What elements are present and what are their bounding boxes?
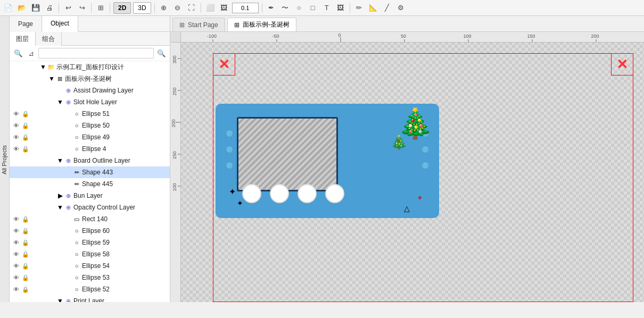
eye-icon-58[interactable]: 👁: [12, 250, 20, 258]
board-layer-arrow[interactable]: ▼: [56, 157, 64, 164]
device-btn-2[interactable]: [270, 184, 289, 203]
device-btn-1[interactable]: [242, 184, 261, 203]
tree-design-arrow[interactable]: ▼: [48, 75, 55, 82]
bun-layer-arrow[interactable]: ▶: [56, 192, 64, 199]
lock-icon-54[interactable]: 🔒: [21, 262, 30, 270]
lock-icon-52[interactable]: 🔒: [21, 285, 30, 294]
mode-2d-btn[interactable]: 2D: [113, 2, 131, 14]
line-btn[interactable]: ╱: [381, 2, 393, 14]
curve-btn[interactable]: 〜: [279, 2, 291, 14]
tree-ellipse-49[interactable]: 👁 🔒 ▶ ○ Ellipse 49: [10, 131, 170, 143]
eye-icon-51[interactable]: 👁: [12, 110, 20, 118]
lock-icon-60[interactable]: 🔒: [21, 227, 30, 235]
lock-icon-50[interactable]: 🔒: [21, 121, 30, 130]
lock-icon-4[interactable]: 🔒: [21, 145, 30, 153]
slot-layer-arrow[interactable]: ▼: [56, 98, 64, 106]
img-btn[interactable]: 🖼: [335, 2, 346, 14]
eye-icon-4[interactable]: 👁: [12, 145, 20, 153]
text-btn[interactable]: T: [321, 2, 333, 14]
design-tab-label: 面板示例-圣诞树: [243, 20, 290, 29]
undo-btn[interactable]: ↩: [62, 2, 74, 14]
lock-icon-51[interactable]: 🔒: [21, 110, 30, 118]
grid-btn[interactable]: ⊞: [95, 2, 106, 14]
photo-btn[interactable]: 🖼: [218, 2, 230, 14]
device-buttons[interactable]: [242, 184, 344, 203]
open-btn[interactable]: 📂: [16, 2, 28, 14]
lock-icon-53[interactable]: 🔒: [21, 273, 30, 282]
print-btn[interactable]: 🖨: [44, 2, 55, 14]
lock-icon-59[interactable]: 🔒: [21, 238, 30, 247]
canvas-area[interactable]: -100 -50 0 50 100 150 200: [170, 32, 644, 302]
device-board[interactable]: 🎄 🎄 ✦ ✦ ✦ △: [216, 104, 439, 218]
eye-icon-49[interactable]: 👁: [12, 133, 20, 141]
rect-btn[interactable]: □: [307, 2, 319, 14]
tree-ellipse-53[interactable]: 👁 🔒 ▶ ○ Ellipse 53: [10, 272, 170, 283]
pen-btn[interactable]: ✒: [266, 2, 277, 14]
svg-text:250: 250: [172, 87, 177, 95]
subtab-layers[interactable]: 图层: [10, 32, 36, 46]
tree-shape-445[interactable]: ▶ ✏ Shape 445: [10, 178, 170, 190]
tools-btn[interactable]: ⚙: [395, 2, 407, 14]
all-projects-tab[interactable]: All Projects: [0, 141, 9, 179]
tree-root-arrow[interactable]: ▼: [39, 63, 47, 71]
subtab-groups[interactable]: 组合: [36, 32, 62, 46]
tab-page[interactable]: Page: [10, 16, 42, 32]
capture-btn[interactable]: ⬜: [204, 2, 216, 14]
filter-funnel-icon[interactable]: ⊿: [26, 48, 36, 58]
tree-assist-layer[interactable]: ▶ ⊕ Assist Drawing Layer: [10, 85, 170, 96]
zoom-input[interactable]: 0.1: [232, 3, 259, 13]
opacity-layer-arrow[interactable]: ▼: [56, 204, 64, 211]
new-btn[interactable]: 📄: [2, 2, 14, 14]
redo-btn[interactable]: ↪: [76, 2, 88, 14]
fit-btn[interactable]: ⛶: [186, 2, 197, 14]
tree-print-layer[interactable]: ▼ ⊕ Print Layer: [10, 295, 170, 302]
search-input[interactable]: [38, 48, 154, 58]
zoom-out-btn[interactable]: ⊖: [172, 2, 184, 14]
mode-3d-btn[interactable]: 3D: [133, 2, 151, 14]
canvas-content[interactable]: ✕ ✕ 🎄 🎄: [181, 43, 644, 302]
tree-root[interactable]: ▼ 📁 示例工程_面板打印设计: [10, 61, 170, 73]
tree-shape-443[interactable]: ▶ ✏ Shape 443: [10, 166, 170, 178]
tree-slot-layer[interactable]: ▼ ⊕ Slot Hole Layer: [10, 96, 170, 108]
tab-object[interactable]: Object: [42, 16, 78, 32]
tree-ellipse-51[interactable]: 👁 🔒 ▶ ○ Ellipse 51: [10, 108, 170, 120]
lock-icon-58[interactable]: 🔒: [21, 250, 30, 258]
circle-btn[interactable]: ○: [293, 2, 305, 14]
sep5: [201, 3, 201, 13]
tree-board-layer[interactable]: ▼ ⊕ Board Outline Layer: [10, 155, 170, 166]
tree-node-design[interactable]: ▼ ⊞ 面板示例-圣诞树: [10, 73, 170, 85]
tree-opacity-layer[interactable]: ▼ ⊕ Opacity Control Layer: [10, 202, 170, 213]
eye-icon-59[interactable]: 👁: [12, 238, 20, 247]
lock-icon-49[interactable]: 🔒: [21, 133, 30, 141]
device-btn-4[interactable]: [325, 184, 344, 203]
tree-ellipse-50[interactable]: 👁 🔒 ▶ ○ Ellipse 50: [10, 120, 170, 131]
layer-icon-board: ⊕: [64, 156, 72, 165]
lock-icon-rect140[interactable]: 🔒: [21, 215, 30, 223]
tree-ellipse-54[interactable]: 👁 🔒 ▶ ○ Ellipse 54: [10, 260, 170, 272]
tree-ellipse-59[interactable]: 👁 🔒 ▶ ○ Ellipse 59: [10, 237, 170, 248]
print-layer-arrow[interactable]: ▼: [56, 297, 64, 302]
filter-icon[interactable]: 🔍: [13, 48, 23, 58]
eye-icon-52[interactable]: 👁: [12, 285, 20, 294]
tree-ellipse-58[interactable]: 👁 🔒 ▶ ○ Ellipse 58: [10, 248, 170, 260]
draw-btn[interactable]: ✏: [353, 2, 365, 14]
eye-icon-50[interactable]: 👁: [12, 121, 20, 130]
tree-ellipse-60[interactable]: 👁 🔒 ▶ ○ Ellipse 60: [10, 225, 170, 237]
device-btn-3[interactable]: [298, 184, 317, 203]
eye-icon-54[interactable]: 👁: [12, 262, 20, 270]
layer-icon-assist: ⊕: [64, 86, 72, 95]
tree-ellipse-4[interactable]: 👁 🔒 ▶ ○ Ellipse 4: [10, 143, 170, 155]
tree-ellipse-52[interactable]: 👁 🔒 ▶ ○ Ellipse 52: [10, 283, 170, 295]
eye-icon-rect140[interactable]: 👁: [12, 215, 20, 223]
measure-btn[interactable]: 📐: [367, 2, 379, 14]
tab-start-page[interactable]: ⊞ Start Page: [172, 18, 225, 31]
save-btn[interactable]: 💾: [30, 2, 42, 14]
eye-icon-53[interactable]: 👁: [12, 273, 20, 282]
svg-text:150: 150: [172, 151, 177, 159]
zoom-in-btn[interactable]: ⊕: [158, 2, 170, 14]
tree-bun-layer[interactable]: ▶ ⊕ Bun Layer: [10, 190, 170, 202]
search-go-icon[interactable]: 🔍: [156, 48, 167, 58]
tab-design[interactable]: ⊞ 面板示例-圣诞树: [227, 18, 296, 31]
eye-icon-60[interactable]: 👁: [12, 227, 20, 235]
tree-rect-140[interactable]: 👁 🔒 ▶ ▭ Rect 140: [10, 213, 170, 225]
